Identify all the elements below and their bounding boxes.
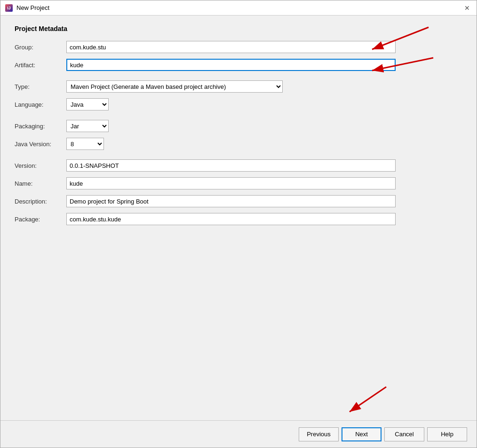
type-select[interactable]: Maven Project (Generate a Maven based pr… [66,80,283,93]
name-label: Name: [15,180,66,187]
packaging-select[interactable]: Jar War [66,120,109,132]
group-label: Group: [15,44,66,51]
cancel-button[interactable]: Cancel [384,427,424,441]
artifact-input[interactable] [66,59,396,71]
close-button[interactable]: ✕ [462,3,472,13]
language-row: Language: Java Kotlin Groovy [15,98,462,110]
java-version-row: Java Version: 8 11 17 21 [15,138,462,150]
group-input[interactable] [66,41,396,53]
language-label: Language: [15,101,66,108]
artifact-label: Artifact: [15,62,66,69]
description-row: Description: [15,195,462,207]
package-input[interactable] [66,213,396,225]
new-project-dialog: IJ New Project ✕ [0,0,477,448]
name-input[interactable] [66,177,396,189]
version-input[interactable] [66,159,396,172]
java-version-label: Java Version: [15,141,66,148]
java-version-select[interactable]: 8 11 17 21 [66,138,104,150]
type-label: Type: [15,83,66,90]
description-label: Description: [15,198,66,205]
section-title: Project Metadata [15,25,462,32]
description-input[interactable] [66,195,396,207]
type-row: Type: Maven Project (Generate a Maven ba… [15,80,462,93]
packaging-row: Packaging: Jar War [15,120,462,132]
group-row: Group: [15,41,462,53]
dialog-content: Project Metadata Group: Artifact: Type: … [0,16,477,420]
help-button[interactable]: Help [427,427,467,441]
version-label: Version: [15,162,66,169]
package-row: Package: [15,213,462,225]
version-row: Version: [15,159,462,172]
app-icon: IJ [5,4,13,12]
next-button[interactable]: Next [342,427,382,441]
title-bar: IJ New Project ✕ [0,0,477,16]
dialog-footer: Previous Next Cancel Help [0,420,477,448]
previous-button[interactable]: Previous [299,427,339,441]
dialog-title: New Project [16,4,49,11]
package-label: Package: [15,216,66,223]
title-bar-left: IJ New Project [5,4,49,12]
svg-line-5 [350,387,386,412]
name-row: Name: [15,177,462,189]
language-select[interactable]: Java Kotlin Groovy [66,98,109,110]
artifact-row: Artifact: [15,59,462,71]
packaging-label: Packaging: [15,123,66,130]
